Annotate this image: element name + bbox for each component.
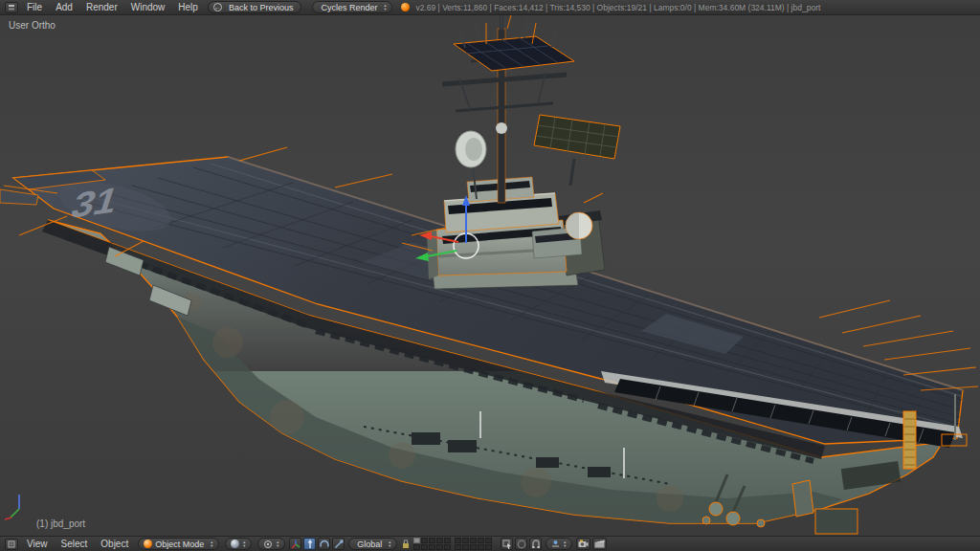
stepper-arrows-icon[interactable]: ▲▼ [563, 540, 567, 548]
layer-8[interactable] [470, 538, 477, 543]
menu-view[interactable]: View [20, 539, 55, 549]
translate-icon [305, 540, 315, 549]
stepper-arrows-icon[interactable]: ▲▼ [383, 4, 387, 11]
layer-3[interactable] [429, 538, 435, 543]
snap-magnet-icon [531, 540, 541, 549]
info-editor-type-icon[interactable] [5, 2, 18, 13]
mini-axis-gizmo [4, 490, 38, 524]
viewport-3d[interactable]: 31 [0, 15, 980, 536]
opengl-render-anim-button[interactable] [592, 538, 607, 550]
viewport-shading-selector[interactable]: ▲▼ [225, 538, 252, 550]
menu-select[interactable]: Select [55, 539, 95, 549]
back-to-previous-button[interactable]: ← Back to Previous [208, 1, 302, 13]
layer-1[interactable] [413, 538, 420, 543]
manipulator-toggle-button[interactable] [289, 538, 301, 550]
pivot-point-selector[interactable]: ▲▼ [257, 538, 285, 550]
mode-selector[interactable]: Object Mode ▲▼ [138, 538, 219, 550]
layer-5[interactable] [444, 538, 451, 543]
menu-render[interactable]: Render [79, 2, 124, 12]
object-mode-icon [144, 540, 152, 548]
manipulator-axes-icon [291, 540, 301, 549]
back-arrow-icon: ← [213, 3, 222, 11]
layer-19[interactable] [478, 544, 484, 550]
layer-13[interactable] [429, 544, 435, 550]
menu-file[interactable]: File [20, 2, 49, 12]
translate-manipulator-button[interactable] [303, 538, 316, 550]
layer-10[interactable] [485, 538, 492, 543]
layer-buttons-group-2[interactable] [455, 538, 492, 550]
radar-panel-top [454, 36, 574, 71]
layer-11[interactable] [413, 544, 420, 550]
stepper-arrows-icon[interactable]: ▲▼ [388, 540, 391, 548]
render-engine-select[interactable]: Cycles Render ▲▼ [312, 1, 392, 13]
stepper-arrows-icon[interactable]: ▲▼ [210, 540, 213, 548]
stepper-arrows-icon[interactable]: ▲▼ [242, 540, 246, 548]
layer-buttons-group-1[interactable] [413, 538, 451, 550]
view-mode-label: User Ortho [9, 20, 56, 31]
layer-20[interactable] [485, 544, 492, 550]
layer-6[interactable] [455, 538, 461, 543]
island-superstructure[interactable] [427, 15, 620, 289]
blender-logo-icon [401, 3, 410, 11]
pivot-point-icon [263, 540, 273, 549]
stepper-arrows-icon[interactable]: ▲▼ [276, 540, 279, 548]
snap-toggle-button[interactable] [529, 538, 542, 550]
snap-element-icon [551, 540, 560, 548]
shading-sphere-icon [231, 540, 239, 548]
layer-18[interactable] [470, 544, 477, 550]
viewport-canvas[interactable]: 31 [0, 15, 980, 536]
bedspring-radar [534, 115, 620, 159]
snap-element-selector[interactable]: ▲▼ [546, 538, 572, 550]
layer-15[interactable] [444, 544, 451, 550]
info-header: File Add Render Window Help ← Back to Pr… [0, 0, 980, 15]
layer-14[interactable] [436, 544, 443, 550]
layer-4[interactable] [436, 538, 443, 543]
layer-12[interactable] [421, 544, 428, 550]
transform-orientation-selector[interactable]: Global ▲▼ [348, 538, 397, 550]
layer-17[interactable] [462, 544, 469, 550]
layer-16[interactable] [455, 544, 461, 550]
active-object-label: (1) jbd_port [36, 518, 85, 529]
view3d-header: View Select Object Object Mode ▲▼ ▲▼ ▲▼ [0, 536, 980, 551]
layer-7[interactable] [462, 538, 469, 543]
proportional-edit-button[interactable] [515, 538, 527, 550]
carrier-model[interactable]: 31 [0, 15, 978, 534]
render-camera-icon [578, 540, 589, 548]
accommodation-ladder [903, 411, 916, 469]
layer-2[interactable] [421, 538, 428, 543]
proportional-edit-icon [517, 540, 526, 549]
menu-window[interactable]: Window [124, 2, 172, 12]
menu-object[interactable]: Object [94, 539, 135, 549]
view3d-editor-type-icon[interactable] [5, 539, 18, 550]
scene-statistics: v2.69 | Verts:11,860 | Faces:14,412 | Tr… [415, 3, 820, 12]
manipulate-centers-icon [502, 540, 512, 549]
lock-to-scene-icon[interactable] [402, 539, 410, 549]
menu-add[interactable]: Add [49, 2, 79, 12]
scale-icon [334, 540, 344, 549]
opengl-render-still-button[interactable] [576, 538, 590, 550]
render-clapper-icon [594, 540, 605, 548]
manipulate-centers-button[interactable] [501, 538, 513, 550]
rotate-manipulator-button[interactable] [318, 538, 330, 550]
rotate-icon [320, 540, 329, 549]
menu-help[interactable]: Help [171, 2, 205, 12]
scale-manipulator-button[interactable] [332, 538, 345, 550]
blender-window: File Add Render Window Help ← Back to Pr… [0, 0, 980, 551]
layer-9[interactable] [478, 538, 484, 543]
